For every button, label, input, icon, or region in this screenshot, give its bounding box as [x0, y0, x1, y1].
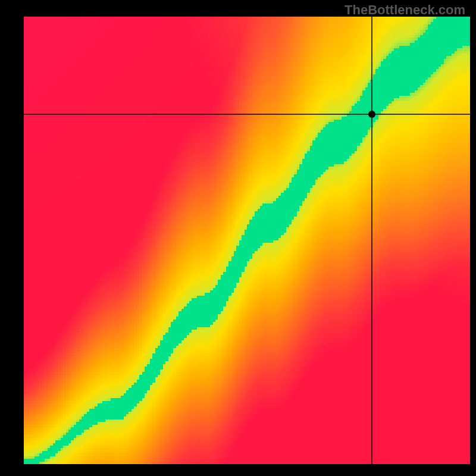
chart-container: TheBottleneck.com [0, 0, 476, 476]
heatmap-canvas [0, 0, 476, 476]
watermark-text: TheBottleneck.com [345, 2, 465, 18]
